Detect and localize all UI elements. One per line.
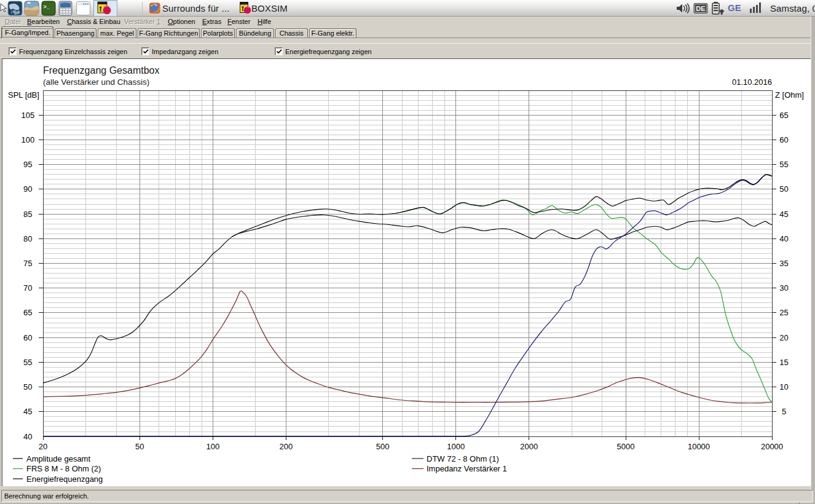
svg-text:40: 40 xyxy=(779,234,788,243)
svg-text:105: 105 xyxy=(21,111,34,120)
svg-text:75: 75 xyxy=(23,259,32,268)
svg-text:50: 50 xyxy=(135,442,144,451)
svg-text:100: 100 xyxy=(206,442,219,451)
svg-text:55: 55 xyxy=(23,358,32,367)
svg-text:50: 50 xyxy=(23,382,32,392)
svg-text:DE: DE xyxy=(696,5,705,12)
svg-text:Frequenzgang Gesamtbox: Frequenzgang Gesamtbox xyxy=(43,65,159,76)
svg-text:95: 95 xyxy=(23,160,32,169)
svg-text:DTW 72 - 8 Ohm (1): DTW 72 - 8 Ohm (1) xyxy=(427,454,499,463)
svg-text:20000: 20000 xyxy=(761,442,783,451)
svg-text:70: 70 xyxy=(23,283,32,293)
svg-text:90: 90 xyxy=(23,184,32,194)
svg-text:10000: 10000 xyxy=(688,442,710,451)
svg-text:25: 25 xyxy=(779,308,788,317)
svg-text:500: 500 xyxy=(376,442,390,451)
svg-text:>_: >_ xyxy=(44,4,50,10)
svg-text:85: 85 xyxy=(23,210,32,219)
svg-text:15: 15 xyxy=(779,358,788,367)
svg-text:35: 35 xyxy=(779,259,788,268)
svg-text:45: 45 xyxy=(23,407,32,416)
svg-text:5: 5 xyxy=(782,407,786,416)
svg-text:65: 65 xyxy=(23,308,32,317)
svg-text:10: 10 xyxy=(779,382,788,392)
svg-text:200: 200 xyxy=(279,442,293,451)
svg-text:Energiefrequenzgang: Energiefrequenzgang xyxy=(26,474,103,484)
svg-text:60: 60 xyxy=(779,135,788,144)
svg-text:Impedanz Verstärker 1: Impedanz Verstärker 1 xyxy=(427,464,507,473)
svg-text:SPL [dB]: SPL [dB] xyxy=(8,90,39,100)
svg-text:45: 45 xyxy=(779,210,788,219)
svg-text:100: 100 xyxy=(21,135,34,144)
svg-text:65: 65 xyxy=(779,111,788,120)
svg-text:1000: 1000 xyxy=(447,442,465,451)
svg-text:2000: 2000 xyxy=(520,442,538,451)
svg-text:60: 60 xyxy=(23,333,32,342)
svg-text:80: 80 xyxy=(23,234,32,243)
svg-text:40: 40 xyxy=(23,432,32,441)
svg-text:Z [Ohm]: Z [Ohm] xyxy=(775,90,804,100)
svg-text:5000: 5000 xyxy=(617,442,635,451)
svg-text:55: 55 xyxy=(779,160,788,169)
svg-text:Amplitude gesamt: Amplitude gesamt xyxy=(26,454,90,463)
svg-text:20: 20 xyxy=(39,442,47,451)
svg-text:(alle Verstärker und Chassis): (alle Verstärker und Chassis) xyxy=(43,77,149,87)
svg-text:GE: GE xyxy=(728,2,741,13)
svg-text:01.10.2016: 01.10.2016 xyxy=(732,77,772,87)
svg-text:20: 20 xyxy=(779,333,788,342)
svg-text:50: 50 xyxy=(779,184,788,194)
svg-text:FRS 8 M - 8 Ohm (2): FRS 8 M - 8 Ohm (2) xyxy=(26,464,101,473)
svg-text:30: 30 xyxy=(779,283,788,293)
